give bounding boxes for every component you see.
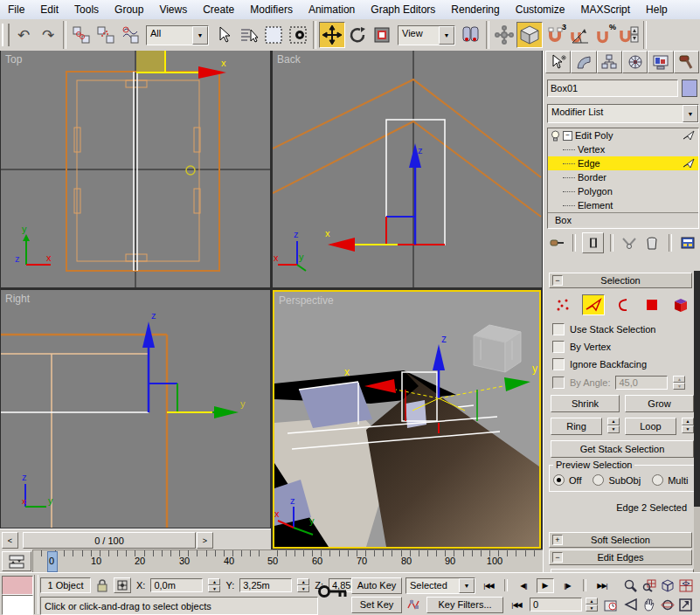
- edit-edges-rollout-header[interactable]: − Edit Edges: [549, 549, 692, 565]
- collapse-icon[interactable]: −: [563, 131, 572, 141]
- select-by-name-button[interactable]: [237, 23, 261, 47]
- tab-display[interactable]: [648, 51, 673, 73]
- remove-modifier-button[interactable]: [642, 233, 662, 252]
- maximize-viewport-toggle[interactable]: [677, 598, 694, 612]
- by-angle-checkbox[interactable]: [552, 377, 565, 389]
- angle-snap-icon[interactable]: [567, 23, 592, 47]
- menu-maxscript[interactable]: MAXScript: [572, 3, 638, 16]
- menu-help[interactable]: Help: [638, 3, 676, 16]
- polygon-mode-icon[interactable]: [641, 295, 662, 314]
- loop-button[interactable]: Loop: [625, 418, 676, 435]
- menu-graph-editors[interactable]: Graph Editors: [363, 3, 443, 16]
- key-mode-toggle[interactable]: |◀◀: [507, 598, 526, 612]
- select-and-scale-button[interactable]: [370, 23, 394, 47]
- percent-snap-icon[interactable]: %: [592, 23, 616, 47]
- menu-views[interactable]: Views: [151, 3, 195, 16]
- toolbar-drag-handle[interactable]: [2, 24, 10, 46]
- preview-multi-radio[interactable]: [652, 474, 663, 486]
- new-key-default-in-out-tangents[interactable]: [405, 598, 423, 612]
- y-spinner[interactable]: ▲▼: [297, 578, 309, 592]
- go-to-end-button[interactable]: ▶▶|: [593, 578, 612, 593]
- menu-rendering[interactable]: Rendering: [443, 3, 507, 16]
- select-and-manipulate-button[interactable]: [492, 23, 516, 47]
- stack-row-box[interactable]: Box: [548, 212, 698, 226]
- go-to-start-button[interactable]: |◀◀: [479, 578, 498, 593]
- time-slider-prev-button[interactable]: <: [2, 532, 18, 549]
- menu-animation[interactable]: Animation: [301, 3, 363, 16]
- zoom-extents-button[interactable]: [659, 578, 676, 593]
- field-of-view-button[interactable]: [622, 598, 639, 612]
- undo-button[interactable]: ↶: [11, 23, 36, 47]
- selection-lock-icon[interactable]: [96, 578, 108, 592]
- snap-3d-icon[interactable]: 3: [543, 23, 567, 47]
- dropdown-arrow-icon[interactable]: ▼: [459, 578, 475, 593]
- reference-coordsys-dropdown[interactable]: View ▼: [398, 25, 455, 45]
- select-and-move-button[interactable]: [319, 22, 345, 48]
- stack-row-edit-poly[interactable]: − Edit Poly: [548, 128, 698, 142]
- select-object-button[interactable]: [212, 23, 237, 47]
- menu-create[interactable]: Create: [195, 3, 242, 16]
- viewport-top[interactable]: Top x: [1, 51, 270, 287]
- menu-group[interactable]: Group: [107, 3, 151, 16]
- zoom-extents-all-button[interactable]: [677, 578, 694, 593]
- preview-subobj-radio[interactable]: [593, 474, 604, 486]
- stack-row-vertex[interactable]: Vertex: [548, 142, 698, 156]
- stack-row-polygon[interactable]: Polygon: [548, 184, 698, 198]
- configure-modifier-sets-button[interactable]: [678, 233, 697, 252]
- viewport-back-label[interactable]: Back: [277, 53, 301, 66]
- y-coordinate-field[interactable]: [239, 578, 292, 592]
- viewport-top-label[interactable]: Top: [5, 53, 22, 66]
- open-mini-curve-editor-button[interactable]: [2, 551, 31, 571]
- unlink-selection-icon[interactable]: [94, 23, 118, 47]
- set-key-button[interactable]: Set Key: [351, 597, 402, 613]
- tab-create[interactable]: [545, 51, 571, 73]
- pan-button[interactable]: [641, 598, 657, 612]
- selection-rollout-header[interactable]: − Selection: [549, 273, 692, 288]
- zoom-all-button[interactable]: [641, 578, 657, 593]
- time-slider-next-button[interactable]: >: [197, 532, 213, 549]
- tab-modify[interactable]: [571, 51, 596, 73]
- edge-mode-icon[interactable]: [582, 294, 605, 315]
- ring-button[interactable]: Ring: [551, 418, 602, 435]
- arc-rotate-button[interactable]: [659, 598, 676, 612]
- viewport-right[interactable]: Right z y z y x: [1, 290, 270, 528]
- collapse-icon[interactable]: −: [552, 275, 563, 286]
- use-stack-selection-checkbox[interactable]: [552, 323, 565, 335]
- key-filters-button[interactable]: Key Filters...: [426, 597, 503, 613]
- viewport-right-label[interactable]: Right: [5, 293, 30, 305]
- x-coordinate-field[interactable]: [150, 578, 203, 592]
- spinner-snap-icon[interactable]: [616, 23, 641, 47]
- stack-row-edge[interactable]: Edge: [548, 156, 698, 170]
- select-and-rotate-button[interactable]: [345, 23, 370, 47]
- modifier-list-dropdown[interactable]: Modifier List ▼: [547, 104, 699, 123]
- zoom-button[interactable]: [622, 578, 639, 593]
- select-and-link-icon[interactable]: [69, 23, 94, 47]
- x-spinner[interactable]: ▲▼: [208, 578, 220, 592]
- get-stack-selection-button[interactable]: Get Stack Selection: [551, 440, 694, 458]
- use-center-flyout[interactable]: [459, 23, 483, 47]
- auto-key-button[interactable]: Auto Key: [351, 577, 402, 594]
- collapse-icon[interactable]: −: [552, 552, 563, 563]
- time-slider-handle[interactable]: 0 / 100: [23, 532, 196, 549]
- show-end-result-button[interactable]: [582, 232, 603, 253]
- rectangular-selection-region-button[interactable]: [261, 23, 286, 47]
- expand-icon[interactable]: +: [552, 535, 563, 545]
- grow-button[interactable]: Grow: [625, 395, 694, 412]
- menu-customize[interactable]: Customize: [508, 3, 573, 16]
- bind-to-space-warp-icon[interactable]: [118, 23, 142, 47]
- tab-motion[interactable]: [622, 51, 648, 73]
- preview-off-radio[interactable]: [553, 474, 565, 486]
- next-frame-button[interactable]: ||▶: [558, 578, 577, 593]
- ignore-backfacing-checkbox[interactable]: [552, 358, 565, 370]
- menu-modifiers[interactable]: Modifiers: [242, 3, 301, 16]
- object-color-swatch[interactable]: [682, 79, 697, 97]
- menu-edit[interactable]: Edit: [32, 3, 66, 16]
- frame-spinner[interactable]: ▲▼: [586, 598, 598, 612]
- menu-file[interactable]: File: [0, 3, 32, 16]
- dropdown-arrow-icon[interactable]: ▼: [192, 26, 208, 45]
- dropdown-arrow-icon[interactable]: ▼: [683, 105, 698, 122]
- previous-frame-button[interactable]: ◀||: [514, 578, 533, 593]
- border-mode-icon[interactable]: [613, 295, 634, 314]
- vertex-mode-icon[interactable]: [553, 295, 574, 314]
- panel-scrollbar[interactable]: [694, 271, 700, 572]
